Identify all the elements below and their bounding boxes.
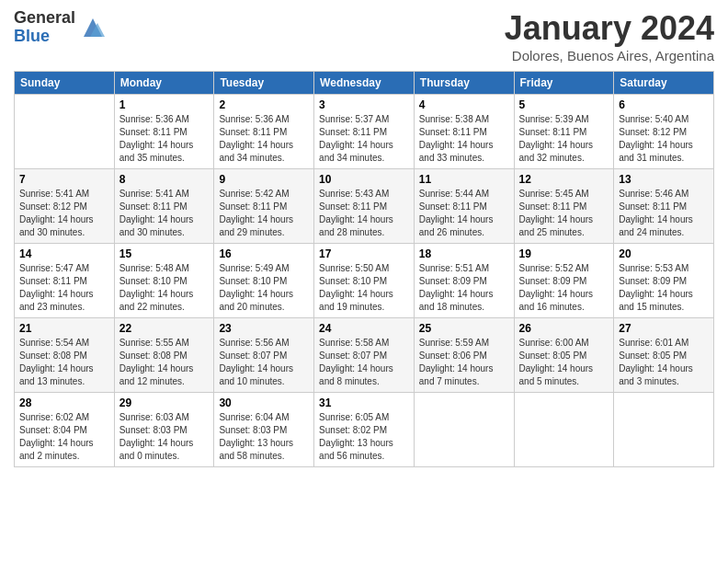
day-number: 25: [419, 322, 509, 335]
day-info: Sunrise: 5:39 AM Sunset: 8:11 PM Dayligh…: [519, 113, 609, 165]
calendar-cell: 15Sunrise: 5:48 AM Sunset: 8:10 PM Dayli…: [114, 244, 214, 318]
day-info: Sunrise: 5:36 AM Sunset: 8:11 PM Dayligh…: [119, 113, 210, 165]
day-number: 26: [519, 322, 609, 335]
logo: General Blue: [14, 9, 107, 46]
day-number: 21: [19, 322, 109, 335]
day-number: 7: [19, 173, 109, 186]
calendar-cell: [15, 95, 115, 169]
calendar-cell: 6Sunrise: 5:40 AM Sunset: 8:12 PM Daylig…: [614, 95, 714, 169]
calendar-cell: 5Sunrise: 5:39 AM Sunset: 8:11 PM Daylig…: [514, 95, 614, 169]
calendar-cell: 30Sunrise: 6:04 AM Sunset: 8:03 PM Dayli…: [214, 393, 314, 467]
day-number: 2: [219, 98, 309, 111]
day-info: Sunrise: 6:04 AM Sunset: 8:03 PM Dayligh…: [219, 411, 309, 463]
day-info: Sunrise: 5:52 AM Sunset: 8:09 PM Dayligh…: [519, 262, 609, 314]
day-number: 5: [519, 98, 609, 111]
calendar-cell: 23Sunrise: 5:56 AM Sunset: 8:07 PM Dayli…: [214, 318, 314, 393]
day-info: Sunrise: 6:02 AM Sunset: 8:04 PM Dayligh…: [19, 411, 109, 463]
calendar-cell: 17Sunrise: 5:50 AM Sunset: 8:10 PM Dayli…: [314, 244, 415, 318]
day-info: Sunrise: 5:41 AM Sunset: 8:11 PM Dayligh…: [119, 188, 210, 239]
day-info: Sunrise: 5:44 AM Sunset: 8:11 PM Dayligh…: [419, 188, 509, 239]
day-info: Sunrise: 6:01 AM Sunset: 8:05 PM Dayligh…: [619, 337, 709, 388]
day-number: 9: [219, 173, 309, 186]
calendar-cell: 25Sunrise: 5:59 AM Sunset: 8:06 PM Dayli…: [414, 318, 514, 393]
day-number: 8: [119, 173, 210, 186]
day-info: Sunrise: 5:46 AM Sunset: 8:11 PM Dayligh…: [619, 188, 709, 239]
calendar-week-row: 28Sunrise: 6:02 AM Sunset: 8:04 PM Dayli…: [15, 393, 714, 467]
day-info: Sunrise: 5:50 AM Sunset: 8:10 PM Dayligh…: [319, 262, 409, 314]
day-number: 12: [519, 173, 609, 186]
day-info: Sunrise: 5:42 AM Sunset: 8:11 PM Dayligh…: [219, 188, 309, 239]
calendar-cell: 13Sunrise: 5:46 AM Sunset: 8:11 PM Dayli…: [614, 169, 714, 244]
calendar-cell: 28Sunrise: 6:02 AM Sunset: 8:04 PM Dayli…: [15, 393, 115, 467]
day-info: Sunrise: 5:43 AM Sunset: 8:11 PM Dayligh…: [319, 188, 409, 239]
calendar-cell: 19Sunrise: 5:52 AM Sunset: 8:09 PM Dayli…: [514, 244, 614, 318]
calendar-cell: 22Sunrise: 5:55 AM Sunset: 8:08 PM Dayli…: [114, 318, 214, 393]
day-info: Sunrise: 5:36 AM Sunset: 8:11 PM Dayligh…: [219, 113, 309, 165]
location-subtitle: Dolores, Buenos Aires, Argentina: [505, 48, 714, 63]
calendar-cell: 21Sunrise: 5:54 AM Sunset: 8:08 PM Dayli…: [15, 318, 115, 393]
day-number: 16: [219, 247, 309, 260]
day-info: Sunrise: 5:47 AM Sunset: 8:11 PM Dayligh…: [19, 262, 109, 314]
day-number: 29: [119, 396, 210, 409]
column-header-thursday: Thursday: [414, 72, 514, 95]
day-info: Sunrise: 5:38 AM Sunset: 8:11 PM Dayligh…: [419, 113, 509, 165]
day-number: 24: [319, 322, 409, 335]
day-number: 1: [119, 98, 210, 111]
day-info: Sunrise: 5:49 AM Sunset: 8:10 PM Dayligh…: [219, 262, 309, 314]
day-number: 10: [319, 173, 409, 186]
column-header-tuesday: Tuesday: [214, 72, 314, 95]
calendar-cell: 27Sunrise: 6:01 AM Sunset: 8:05 PM Dayli…: [614, 318, 714, 393]
day-number: 6: [619, 98, 709, 111]
day-number: 15: [119, 247, 210, 260]
calendar-cell: [614, 393, 714, 467]
day-number: 31: [319, 396, 409, 409]
column-header-saturday: Saturday: [614, 72, 714, 95]
day-number: 14: [19, 247, 109, 260]
day-number: 11: [419, 173, 509, 186]
day-info: Sunrise: 5:55 AM Sunset: 8:08 PM Dayligh…: [119, 337, 210, 388]
calendar-cell: 3Sunrise: 5:37 AM Sunset: 8:11 PM Daylig…: [314, 95, 415, 169]
day-info: Sunrise: 5:58 AM Sunset: 8:07 PM Dayligh…: [319, 337, 409, 388]
day-info: Sunrise: 5:59 AM Sunset: 8:06 PM Dayligh…: [419, 337, 509, 388]
logo-blue: Blue: [14, 28, 75, 46]
calendar-cell: 20Sunrise: 5:53 AM Sunset: 8:09 PM Dayli…: [614, 244, 714, 318]
calendar-cell: 2Sunrise: 5:36 AM Sunset: 8:11 PM Daylig…: [214, 95, 314, 169]
calendar-cell: 31Sunrise: 6:05 AM Sunset: 8:02 PM Dayli…: [314, 393, 415, 467]
day-number: 4: [419, 98, 509, 111]
column-header-sunday: Sunday: [15, 72, 115, 95]
day-info: Sunrise: 5:48 AM Sunset: 8:10 PM Dayligh…: [119, 262, 210, 314]
calendar-cell: 16Sunrise: 5:49 AM Sunset: 8:10 PM Dayli…: [214, 244, 314, 318]
logo-general: General: [14, 9, 75, 28]
page-header: General Blue January 2024 Dolores, Bueno…: [14, 9, 714, 63]
column-header-monday: Monday: [114, 72, 214, 95]
day-info: Sunrise: 5:53 AM Sunset: 8:09 PM Dayligh…: [619, 262, 709, 314]
day-info: Sunrise: 5:37 AM Sunset: 8:11 PM Dayligh…: [319, 113, 409, 165]
day-info: Sunrise: 5:40 AM Sunset: 8:12 PM Dayligh…: [619, 113, 709, 165]
day-number: 28: [19, 396, 109, 409]
logo-icon: [79, 14, 107, 41]
day-number: 27: [619, 322, 709, 335]
calendar-header-row: SundayMondayTuesdayWednesdayThursdayFrid…: [15, 72, 714, 95]
day-number: 17: [319, 247, 409, 260]
day-info: Sunrise: 5:54 AM Sunset: 8:08 PM Dayligh…: [19, 337, 109, 388]
calendar-cell: 8Sunrise: 5:41 AM Sunset: 8:11 PM Daylig…: [114, 169, 214, 244]
calendar-cell: 7Sunrise: 5:41 AM Sunset: 8:12 PM Daylig…: [15, 169, 115, 244]
column-header-wednesday: Wednesday: [314, 72, 415, 95]
calendar-table: SundayMondayTuesdayWednesdayThursdayFrid…: [14, 71, 714, 467]
calendar-cell: 1Sunrise: 5:36 AM Sunset: 8:11 PM Daylig…: [114, 95, 214, 169]
day-number: 20: [619, 247, 709, 260]
day-number: 23: [219, 322, 309, 335]
column-header-friday: Friday: [514, 72, 614, 95]
calendar-cell: 29Sunrise: 6:03 AM Sunset: 8:03 PM Dayli…: [114, 393, 214, 467]
day-info: Sunrise: 5:56 AM Sunset: 8:07 PM Dayligh…: [219, 337, 309, 388]
calendar-cell: 18Sunrise: 5:51 AM Sunset: 8:09 PM Dayli…: [414, 244, 514, 318]
day-info: Sunrise: 6:05 AM Sunset: 8:02 PM Dayligh…: [319, 411, 409, 463]
calendar-cell: 9Sunrise: 5:42 AM Sunset: 8:11 PM Daylig…: [214, 169, 314, 244]
day-info: Sunrise: 5:41 AM Sunset: 8:12 PM Dayligh…: [19, 188, 109, 239]
day-info: Sunrise: 5:45 AM Sunset: 8:11 PM Dayligh…: [519, 188, 609, 239]
calendar-cell: 26Sunrise: 6:00 AM Sunset: 8:05 PM Dayli…: [514, 318, 614, 393]
calendar-cell: [514, 393, 614, 467]
calendar-cell: 12Sunrise: 5:45 AM Sunset: 8:11 PM Dayli…: [514, 169, 614, 244]
calendar-week-row: 21Sunrise: 5:54 AM Sunset: 8:08 PM Dayli…: [15, 318, 714, 393]
title-section: January 2024 Dolores, Buenos Aires, Arge…: [505, 9, 714, 63]
